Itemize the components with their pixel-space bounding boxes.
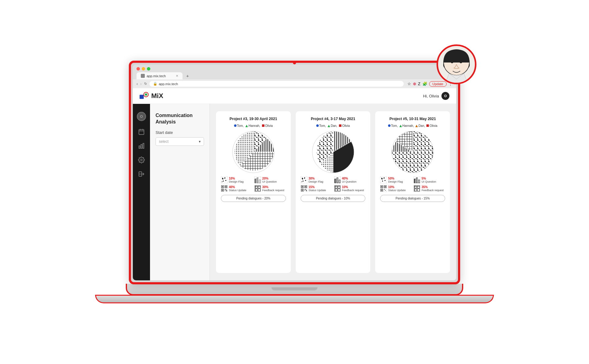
- svg-point-117: [382, 180, 383, 182]
- stat-pct-1-4: 30%: [262, 185, 284, 189]
- svg-rect-50: [225, 190, 225, 191]
- svg-point-13: [141, 159, 142, 161]
- stat-label-3-2: UI Question: [422, 180, 436, 183]
- main-content: Project #3, 19-30 April 2021 Tom, Hannah…: [210, 104, 456, 280]
- browser-top-bar: app.mix.tech ✕ +: [133, 65, 456, 79]
- svg-rect-51: [226, 190, 227, 191]
- svg-rect-6: [139, 130, 144, 135]
- flag-icon-5: [380, 176, 387, 183]
- user-avatar-large: [437, 44, 476, 84]
- svg-rect-94: [306, 190, 307, 191]
- panel-title: Communication Analysis: [156, 112, 204, 125]
- stat-pct-3-3: 10%: [388, 185, 406, 189]
- stat-pct-2-1: 30%: [309, 177, 323, 180]
- avatar-illustration: [438, 46, 475, 83]
- grid-icon: [254, 185, 261, 192]
- project-4-pie: [312, 131, 355, 173]
- stat-pct-3-4: 35%: [422, 185, 444, 189]
- sidebar-item-calendar[interactable]: [133, 125, 150, 138]
- svg-rect-127: [381, 186, 382, 187]
- svg-rect-52: [226, 191, 226, 191]
- app-header: MiX Hi, Olivia O: [133, 88, 456, 104]
- project-3-stats: 10% Design Flag: [221, 176, 286, 192]
- project-4-legend: Tom, Dan, Olivia: [316, 124, 350, 127]
- project-3-pending-btn[interactable]: Pending dialogues - 20%: [221, 195, 286, 202]
- project-4-title: Project #4, 3-17 May 2021: [311, 117, 355, 121]
- stat-pct-1-1: 10%: [229, 177, 244, 180]
- user-avatar-header[interactable]: O: [441, 92, 449, 100]
- svg-rect-36: [255, 179, 256, 183]
- qr-icon-5: [380, 185, 387, 192]
- tab-label: app.mix.tech: [147, 74, 166, 78]
- app-logo-text: MiX: [151, 92, 163, 100]
- stat-label-1-2: UI Question: [262, 180, 277, 183]
- stat-label-2-3: Status Update: [309, 189, 326, 192]
- sidebar-item-export[interactable]: [133, 168, 150, 180]
- stat-pct-3-2: 5%: [422, 177, 436, 180]
- sidebar-item-user[interactable]: O: [133, 109, 150, 124]
- project-4-pending-btn[interactable]: Pending dialogues - 10%: [301, 195, 366, 202]
- svg-point-32: [223, 180, 224, 182]
- stat-ui-question-4: 40% UI Question: [334, 176, 366, 183]
- refresh-button[interactable]: ↻: [144, 82, 147, 86]
- app-user-area: Hi, Olivia O: [423, 92, 449, 100]
- svg-rect-55: [258, 186, 260, 188]
- traffic-light-close[interactable]: [137, 67, 140, 70]
- stat-label-2-2: UI Question: [342, 180, 357, 183]
- project-card-3: Project #3, 19-30 April 2021 Tom, Hannah…: [216, 111, 291, 273]
- traffic-light-minimize[interactable]: [142, 67, 145, 70]
- project-5-legend: Tom, Hannah, Dan, Olivia: [388, 124, 437, 127]
- dropdown-arrow-icon: ▾: [199, 139, 201, 144]
- svg-rect-135: [414, 186, 417, 188]
- svg-rect-47: [222, 190, 223, 191]
- stat-label-1-1: Design Flag: [229, 180, 244, 183]
- app-content: MiX Hi, Olivia O O: [133, 88, 456, 280]
- project-3-legend: Tom, Hannah, Olivia: [234, 124, 273, 127]
- sidebar-item-settings[interactable]: [133, 154, 150, 166]
- project-card-5: Project #5, 10-31 May 2021 Tom, Hannah, …: [375, 111, 450, 273]
- stat-label-3-3: Status Update: [388, 189, 406, 192]
- date-select[interactable]: select ▾: [156, 137, 204, 146]
- svg-rect-48: [225, 189, 225, 190]
- project-5-title: Project #5, 10-31 May 2021: [389, 117, 436, 121]
- svg-rect-86: [302, 186, 303, 187]
- traffic-light-maximize[interactable]: [147, 67, 150, 70]
- stat-label-3-4: Feedback request: [422, 189, 444, 192]
- ext-icon-3[interactable]: 🧩: [422, 82, 427, 86]
- chart-icon: [138, 142, 145, 149]
- stat-label-3-1: Design Flag: [388, 180, 403, 183]
- tab-favicon: [141, 74, 145, 78]
- bar-icon: [254, 176, 261, 183]
- app-logo: MiX: [140, 91, 163, 100]
- stat-label-1-4: Feedback request: [262, 189, 284, 192]
- browser-tab-active[interactable]: app.mix.tech ✕: [137, 72, 183, 79]
- project-5-pending-btn[interactable]: Pending dialogues - 15%: [380, 195, 445, 202]
- stat-pct-1-2: 20%: [262, 177, 277, 180]
- greeting-text: Hi, Olivia: [423, 94, 439, 98]
- url-display[interactable]: app.mix.tech: [159, 82, 178, 86]
- stat-feedback-4: 10% Feedback request: [334, 185, 366, 192]
- ext-icon-2[interactable]: Z: [418, 82, 421, 86]
- back-button[interactable]: ‹: [137, 82, 138, 86]
- svg-rect-90: [302, 190, 303, 191]
- browser-address-bar: ‹ › ↻ 🔒 app.mix.tech ☆ ⊕ Z 🧩 Update ⋮: [133, 79, 456, 88]
- user-icon: O: [137, 112, 146, 121]
- grid-icon-5: [414, 185, 420, 192]
- stat-design-flag-3: 10% Design Flag: [221, 176, 252, 183]
- stat-pct-2-3: 15%: [309, 185, 326, 189]
- sidebar-panel: Communication Analysis Start date select…: [150, 104, 210, 280]
- export-icon: [138, 171, 145, 177]
- camera-dot: [293, 61, 296, 64]
- forward-button[interactable]: ›: [140, 82, 141, 86]
- svg-rect-131: [381, 190, 382, 191]
- sidebar-item-chart[interactable]: [133, 139, 150, 152]
- tab-close-icon[interactable]: ✕: [176, 74, 178, 78]
- svg-rect-92: [306, 189, 306, 190]
- new-tab-button[interactable]: +: [184, 72, 191, 79]
- bookmark-icon[interactable]: ☆: [407, 82, 411, 86]
- pinterest-icon[interactable]: ⊕: [413, 82, 416, 86]
- project-3-title: Project #3, 19-30 April 2021: [229, 117, 277, 121]
- update-button[interactable]: Update: [429, 81, 447, 87]
- stat-status-update-4: 15% Status Update: [301, 185, 332, 192]
- sidebar: O: [133, 104, 150, 280]
